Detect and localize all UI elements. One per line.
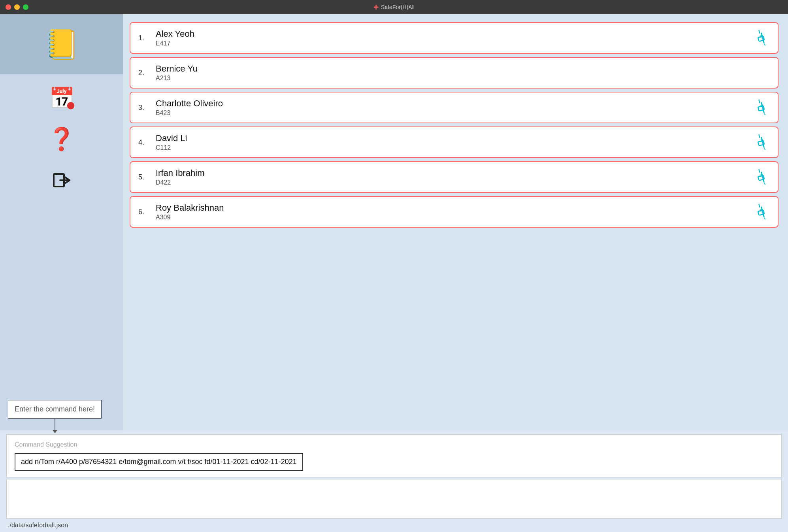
patient-list-area: 1.Alex YeohE417 2.Bernice YuA2133.Charlo… — [123, 14, 788, 275]
syringe-icon-1[interactable] — [753, 28, 773, 49]
svg-line-11 — [764, 113, 765, 115]
patient-number-6: 6. — [138, 208, 149, 216]
syringe-icon-5[interactable] — [753, 167, 773, 188]
sidebar: 📒 📅 ⬤ ❓ — [0, 14, 123, 430]
sidebar-header: 📒 — [0, 14, 123, 74]
patient-info-4: David LiC112 — [156, 133, 187, 151]
patient-info-5: Irfan IbrahimD422 — [156, 168, 205, 186]
command-tooltip-area: Enter the command here! — [0, 392, 123, 430]
logout-icon — [52, 171, 71, 190]
sidebar-item-calendar[interactable]: 📅 ⬤ — [46, 82, 77, 114]
patient-id-3: B423 — [156, 109, 223, 117]
svg-line-23 — [764, 183, 765, 185]
patient-card-1[interactable]: 1.Alex YeohE417 — [130, 22, 779, 54]
patient-id-4: C112 — [156, 144, 187, 151]
patient-id-6: A309 — [156, 214, 224, 221]
patient-number-3: 3. — [138, 104, 149, 112]
svg-line-10 — [758, 99, 761, 102]
svg-line-28 — [758, 204, 761, 207]
patient-number-4: 4. — [138, 138, 149, 147]
svg-line-17 — [764, 148, 765, 150]
patient-card-left-2: 2.Bernice YuA213 — [138, 64, 198, 82]
patient-name-6: Roy Balakrishnan — [156, 203, 224, 213]
patient-card-left-6: 6.Roy BalakrishnanA309 — [138, 203, 224, 221]
patient-info-2: Bernice YuA213 — [156, 64, 198, 82]
svg-line-29 — [764, 218, 765, 219]
patient-info-6: Roy BalakrishnanA309 — [156, 203, 224, 221]
close-button[interactable] — [6, 4, 11, 10]
minimize-button[interactable] — [14, 4, 20, 10]
titlebar: ✚ SafeFor(H)All — [0, 0, 788, 14]
sidebar-item-logout[interactable] — [46, 164, 77, 196]
svg-line-5 — [764, 44, 765, 45]
patient-id-2: A213 — [156, 75, 198, 82]
patient-card-6[interactable]: 6.Roy BalakrishnanA309 — [130, 196, 779, 228]
patient-id-5: D422 — [156, 179, 205, 186]
help-icon: ❓ — [48, 126, 75, 152]
contacts-icon: 📒 — [44, 28, 79, 61]
patient-number-5: 5. — [138, 173, 149, 181]
patient-name-1: Alex Yeoh — [156, 29, 194, 39]
patient-name-3: Charlotte Oliveiro — [156, 98, 223, 109]
calendar-icon: 📅 ⬤ — [49, 86, 75, 110]
app-title: ✚ SafeFor(H)All — [373, 4, 415, 11]
patient-number-2: 2. — [138, 69, 149, 77]
app-title-text: SafeFor(H)All — [381, 4, 415, 10]
syringe-icon-6[interactable] — [753, 202, 773, 223]
syringe-icon-4[interactable] — [753, 132, 773, 153]
patient-card-3[interactable]: 3.Charlotte OliveiroB423 — [130, 92, 779, 123]
patient-card-5[interactable]: 5.Irfan IbrahimD422 — [130, 161, 779, 193]
command-suggestion-box[interactable]: add n/Tom r/A400 p/87654321 e/tom@gmail.… — [15, 453, 303, 471]
patient-name-2: Bernice Yu — [156, 64, 198, 74]
patient-id-1: E417 — [156, 40, 194, 47]
patient-info-3: Charlotte OliveiroB423 — [156, 98, 223, 117]
command-suggestion-label: Command Suggestion — [15, 441, 773, 448]
patient-info-1: Alex YeohE417 — [156, 29, 194, 47]
bottom-panel: Command Suggestion add n/Tom r/A400 p/87… — [6, 434, 782, 477]
patient-card-left-4: 4.David LiC112 — [138, 133, 187, 151]
svg-line-16 — [758, 134, 761, 137]
patient-name-4: David Li — [156, 133, 187, 143]
svg-line-22 — [758, 169, 761, 172]
patient-number-1: 1. — [138, 34, 149, 42]
command-tooltip: Enter the command here! — [8, 400, 102, 419]
syringe-icon-3[interactable] — [753, 97, 773, 118]
patient-name-5: Irfan Ibrahim — [156, 168, 205, 178]
calendar-alert-icon: ⬤ — [67, 101, 75, 109]
app-logo-icon: ✚ — [373, 4, 379, 11]
patient-card-left-1: 1.Alex YeohE417 — [138, 29, 194, 47]
svg-line-4 — [758, 30, 761, 33]
patient-list: 1.Alex YeohE417 2.Bernice YuA2133.Charlo… — [130, 22, 780, 231]
window-controls — [6, 4, 28, 10]
patient-card-4[interactable]: 4.David LiC112 — [130, 126, 779, 158]
patient-card-2[interactable]: 2.Bernice YuA213 — [130, 57, 779, 89]
status-bar: ./data/safeforhall.json — [0, 519, 788, 532]
patient-card-left-5: 5.Irfan IbrahimD422 — [138, 168, 205, 186]
maximize-button[interactable] — [23, 4, 28, 10]
status-text: ./data/safeforhall.json — [8, 522, 68, 528]
sidebar-item-help[interactable]: ❓ — [46, 123, 77, 155]
command-section: Command Suggestion add n/Tom r/A400 p/87… — [0, 430, 788, 519]
output-panel — [6, 479, 782, 519]
patient-card-left-3: 3.Charlotte OliveiroB423 — [138, 98, 223, 117]
